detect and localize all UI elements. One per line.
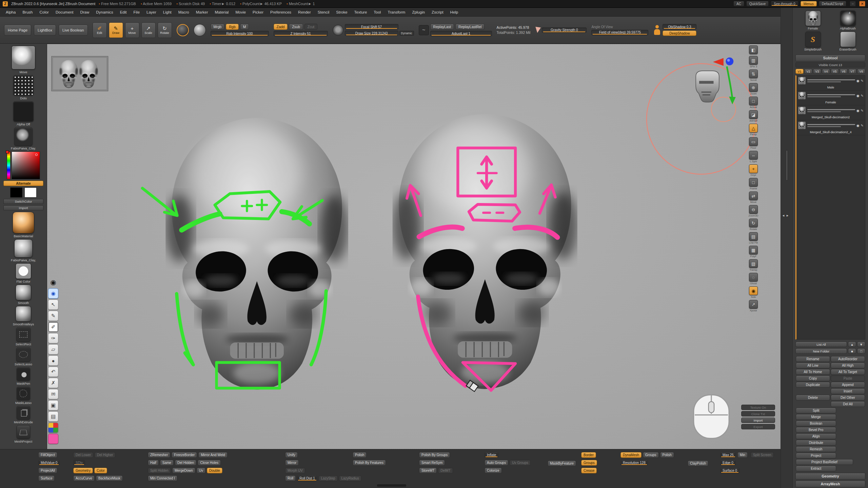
actual-icon[interactable]: □ Actual [747, 97, 760, 109]
button[interactable]: Color [94, 468, 107, 473]
button[interactable]: Mirror [285, 460, 299, 466]
mode-button[interactable]: ↻ Rotate [158, 22, 172, 38]
left-panel-item[interactable]: MeshExtrude [14, 406, 33, 424]
button[interactable]: LazyRadius [339, 475, 361, 481]
left-panel-item[interactable]: Alpha Off [13, 101, 34, 126]
button[interactable]: See-through 0 [771, 1, 798, 6]
menu-item[interactable]: Color [36, 9, 52, 15]
button[interactable]: Split Hidden [148, 468, 171, 473]
button[interactable]: Split Screen [751, 452, 774, 458]
sculpt-canvas[interactable]: ◉ ◉ ↖ ✎ ✐ ✑ ▱ ● ↶ ✗ ✉ ▣ ▤ [47, 44, 781, 449]
quick-pick[interactable]: Female [796, 11, 830, 30]
menu-item[interactable]: Alpha [3, 9, 19, 15]
button[interactable]: V4 [822, 69, 830, 74]
menu-item[interactable]: Stroke [333, 9, 350, 15]
button[interactable]: QuickSave [746, 1, 769, 6]
button[interactable]: V7 [848, 69, 856, 74]
button[interactable]: Colorize [485, 468, 502, 473]
eraser-icon[interactable]: ▱ [48, 344, 58, 354]
menu-item[interactable]: Render [295, 9, 314, 15]
button[interactable]: Double [207, 468, 222, 473]
eye-icon[interactable]: ◉ [48, 288, 58, 299]
menu-item[interactable]: Draw [77, 9, 92, 15]
button[interactable]: Append [831, 382, 865, 388]
button[interactable]: Insert [831, 388, 865, 394]
visibility-eye-icon[interactable]: ◉ [856, 94, 860, 98]
spix-slider[interactable]: ▥ SPix 3 [747, 56, 760, 68]
button[interactable]: Rgb [226, 24, 238, 30]
current-brush-icon[interactable] [177, 24, 189, 36]
quick-pick[interactable]: S SimpleBrush [796, 32, 830, 51]
button[interactable]: Geometry [73, 468, 93, 473]
left-panel-item[interactable]: Smooth [16, 285, 31, 305]
Female[interactable]: ◉ ✎ Female [796, 90, 865, 105]
menu-item[interactable]: Preferences [267, 9, 294, 15]
button[interactable]: Uv [197, 468, 205, 473]
button[interactable]: Zsub [289, 24, 303, 30]
button[interactable]: Mirror And Weld [198, 452, 228, 458]
button[interactable]: Zcut [304, 24, 317, 30]
menu-item[interactable]: Texture [351, 9, 370, 15]
button[interactable]: Del Higher [95, 452, 115, 458]
close-button[interactable]: ✕ [859, 1, 865, 6]
menu-item[interactable]: Brush [19, 9, 36, 15]
button[interactable]: All To Target [831, 369, 865, 375]
persp-icon[interactable]: △ Persp [747, 124, 760, 136]
zoom3d-icon[interactable]: ⊖ Zoom3D [747, 205, 760, 217]
menu-item[interactable]: Stencil [315, 9, 333, 15]
palette-icon[interactable] [48, 423, 58, 433]
button[interactable]: Copy [796, 375, 830, 381]
rgb-intensity-slider[interactable]: Rgb Intensity 100 [211, 31, 269, 36]
menu-item[interactable]: Transform [384, 9, 408, 15]
adjust-last-slider[interactable]: AdjustLast 1 [430, 31, 492, 36]
button[interactable]: MergeDown [172, 468, 195, 473]
button[interactable]: V3 [813, 69, 821, 74]
button[interactable]: BackfaceMask [96, 475, 123, 481]
cursor-icon[interactable]: ↖ [48, 300, 58, 310]
button[interactable]: DynaMesh [620, 452, 642, 458]
color-swatch-icon[interactable] [48, 434, 58, 444]
button[interactable]: Inflate [485, 452, 498, 458]
button[interactable]: Del Lower [73, 452, 93, 458]
button[interactable]: Del Other [831, 395, 865, 401]
button[interactable]: Groups [643, 452, 659, 458]
button[interactable]: Del All [831, 401, 865, 407]
button[interactable]: Smart ReSym [419, 460, 445, 466]
left-panel-item[interactable]: SmoothValleys [13, 306, 34, 326]
highlighter-icon[interactable]: ✐ [48, 322, 58, 332]
menu-item[interactable]: Material [212, 9, 232, 15]
rotate-icon[interactable]: ↻ Rotate [747, 219, 760, 231]
palette-section[interactable]: ArrayMesh [795, 481, 865, 487]
bpr-icon[interactable]: ◧ [747, 45, 760, 55]
button[interactable]: Roll Dist 1 [297, 475, 317, 481]
quick-pick[interactable]: EraserBrush [831, 32, 865, 51]
menu-item[interactable]: File [131, 9, 143, 15]
button[interactable]: M [240, 24, 249, 30]
button[interactable]: Texture On [741, 405, 775, 410]
scroll-icon[interactable]: ⇅ Scroll [747, 69, 760, 82]
button[interactable]: FreezeBorder [172, 452, 197, 458]
button[interactable]: Boolean [796, 421, 836, 426]
left-panel-item[interactable]: SelectRect [16, 327, 31, 346]
polyf-icon[interactable]: ▦ PolyF [747, 246, 760, 258]
button[interactable]: Project [796, 453, 836, 459]
skull-left[interactable] [165, 118, 348, 389]
button[interactable]: Del Hidden [175, 460, 196, 466]
edit-icon[interactable]: ✎ [861, 109, 864, 113]
comment-icon[interactable]: ✉ [48, 389, 58, 399]
menu-item[interactable]: Marker [193, 9, 211, 15]
menu-item[interactable]: Dynamics [93, 9, 116, 15]
button[interactable]: Align [796, 433, 836, 439]
minimize-button[interactable]: − [850, 1, 856, 6]
button[interactable]: V1 [795, 69, 804, 74]
left-panel-item[interactable]: FabioPaiva_Clay, [11, 239, 36, 262]
button[interactable]: V5 [831, 69, 839, 74]
lsym-icon[interactable]: ⇔ L.Sym [747, 151, 760, 163]
button[interactable]: Menus [801, 1, 817, 6]
button[interactable]: Paste [831, 375, 865, 381]
button[interactable]: Polish By Groups [419, 452, 450, 458]
z-intensity-slider[interactable]: Z Intensity 51 [274, 31, 328, 36]
button[interactable]: Auto Groups [485, 460, 508, 466]
subtool-header[interactable]: Subtool [795, 55, 865, 61]
button[interactable]: Same [160, 460, 174, 466]
